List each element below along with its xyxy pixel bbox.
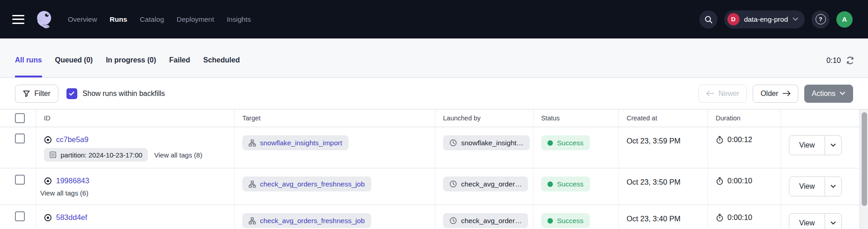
launched-by-pill[interactable]: snowflake_insight…: [443, 135, 530, 150]
chevron-down-icon: [830, 143, 836, 147]
run-target-icon: [44, 136, 52, 144]
chevron-down-icon: [840, 91, 845, 95]
clock-icon: [449, 139, 457, 147]
filter-button-label: Filter: [34, 90, 51, 98]
row-checkbox[interactable]: [15, 175, 25, 185]
actions-button-label: Actions: [812, 90, 835, 98]
tab-scheduled[interactable]: Scheduled: [203, 38, 240, 77]
view-menu-button[interactable]: [825, 136, 841, 155]
nav-item-insights[interactable]: Insights: [227, 15, 251, 24]
backfills-checkbox-label[interactable]: Show runs within backfills: [83, 90, 165, 98]
toolbar-right: Newer Older Actions: [698, 85, 853, 103]
nav-item-overview[interactable]: Overview: [68, 15, 97, 24]
partition-tag[interactable]: partition: 2024-10-23-17:00: [44, 148, 148, 162]
status-label: Success: [557, 139, 584, 147]
target-job-label: snowflake_insights_import: [260, 139, 342, 147]
target-job-pill[interactable]: snowflake_insights_import: [242, 135, 349, 150]
runs-tabs: All runs Queued (0) In progress (0) Fail…: [15, 38, 240, 77]
launched-by-pill[interactable]: check_avg_order…: [443, 177, 528, 191]
view-button[interactable]: View: [789, 177, 825, 196]
view-menu-button[interactable]: [825, 214, 841, 229]
tab-failed[interactable]: Failed: [169, 38, 190, 77]
stopwatch-icon: [716, 136, 724, 144]
user-avatar[interactable]: A: [836, 11, 853, 28]
column-header-actions: [781, 110, 860, 127]
navbar-right: D data-eng-prod ? A: [699, 10, 853, 29]
chevron-down-icon: [830, 221, 836, 225]
view-all-tags-link[interactable]: View all tags (6): [40, 189, 88, 197]
row-checkbox[interactable]: [15, 134, 25, 143]
view-menu-button[interactable]: [825, 177, 841, 196]
view-split-button: View: [789, 177, 842, 196]
dagster-logo-icon[interactable]: [34, 9, 54, 29]
status-dot-icon: [547, 140, 553, 146]
duration-wrap: 0:00:10: [716, 177, 752, 185]
duration-wrap: 0:00:12: [716, 135, 752, 144]
check-icon: [68, 90, 75, 97]
nav-item-deployment[interactable]: Deployment: [177, 15, 214, 24]
older-button-label: Older: [760, 90, 778, 98]
arrow-left-icon: [706, 91, 714, 96]
backfills-checkbox[interactable]: [66, 88, 77, 99]
workspace-badge: D: [727, 13, 740, 25]
clock-icon: [449, 217, 457, 224]
run-id-link[interactable]: cc7be5a9: [56, 135, 89, 144]
view-button[interactable]: View: [789, 214, 825, 229]
refresh-control[interactable]: 0:10: [826, 52, 854, 65]
column-header-target: Target: [235, 110, 435, 127]
filter-funnel-icon: [23, 90, 30, 97]
search-icon: [704, 15, 713, 24]
created-at-text: Oct 23, 3:50 PM: [627, 177, 680, 186]
column-header-status: Status: [533, 110, 619, 127]
tab-queued[interactable]: Queued (0): [55, 38, 93, 77]
older-button[interactable]: Older: [753, 85, 798, 103]
launched-by-pill[interactable]: check_avg_order…: [443, 213, 528, 228]
status-label: Success: [557, 217, 584, 225]
view-button[interactable]: View: [789, 136, 825, 155]
target-job-label: check_avg_orders_freshness_job: [260, 180, 365, 188]
duration-text: 0:00:12: [727, 135, 752, 144]
help-button[interactable]: ?: [811, 10, 830, 29]
view-all-tags-link[interactable]: View all tags (8): [154, 151, 202, 159]
job-icon: [249, 217, 256, 224]
actions-button[interactable]: Actions: [804, 85, 853, 103]
run-id-link[interactable]: 583dd4ef: [56, 213, 87, 222]
run-id-link[interactable]: 19986843: [56, 177, 89, 185]
nav-item-runs[interactable]: Runs: [110, 15, 127, 24]
view-split-button: View: [789, 213, 842, 229]
target-job-pill[interactable]: check_avg_orders_freshness_job: [242, 213, 371, 228]
help-icon: ?: [816, 14, 826, 24]
tab-in-progress[interactable]: In progress (0): [106, 38, 156, 77]
job-icon: [249, 181, 256, 188]
hamburger-menu-icon[interactable]: [12, 15, 24, 24]
refresh-countdown: 0:10: [826, 56, 841, 65]
dagster-runs-page: Overview Runs Catalog Deployment Insight…: [0, 0, 868, 229]
job-icon: [249, 139, 256, 147]
view-split-button: View: [789, 135, 842, 155]
column-header-launched-by: Launched by: [435, 110, 533, 127]
stopwatch-icon: [716, 177, 724, 185]
target-job-label: check_avg_orders_freshness_job: [260, 217, 365, 225]
duration-wrap: 0:00:10: [716, 213, 752, 222]
partition-tag-label: partition: 2024-10-23-17:00: [61, 151, 142, 159]
arrow-right-icon: [783, 91, 791, 96]
target-job-pill[interactable]: check_avg_orders_freshness_job: [242, 177, 371, 191]
workspace-switcher[interactable]: D data-eng-prod: [724, 10, 805, 29]
runs-table: ID Target Launched by Status Created at …: [0, 110, 868, 229]
filter-button[interactable]: Filter: [15, 85, 58, 103]
row-checkbox[interactable]: [15, 211, 25, 221]
select-all-checkbox[interactable]: [15, 113, 25, 123]
tab-all-runs[interactable]: All runs: [15, 38, 42, 77]
backfills-checkbox-row[interactable]: Show runs within backfills: [66, 88, 165, 99]
newer-button-label: Newer: [718, 90, 739, 98]
status-dot-icon: [547, 181, 553, 187]
nav-item-catalog[interactable]: Catalog: [140, 15, 164, 24]
launched-by-label: snowflake_insight…: [461, 139, 524, 147]
status-dot-icon: [547, 218, 553, 224]
scrollbar-thumb[interactable]: [862, 112, 867, 206]
search-button[interactable]: [699, 10, 717, 29]
table-row: 583dd4ef check_avg_orders_freshness_job: [0, 205, 860, 229]
runs-toolbar: Filter Show runs within backfills Newer …: [0, 78, 868, 110]
newer-button[interactable]: Newer: [698, 85, 747, 103]
vertical-scrollbar: [860, 110, 868, 229]
